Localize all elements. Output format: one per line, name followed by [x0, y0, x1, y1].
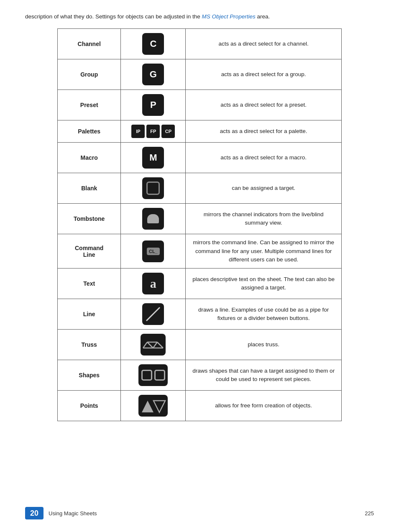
- row-desc-palettes: acts as a direct select for a palette.: [186, 120, 342, 143]
- row-icon-preset: P: [121, 90, 186, 120]
- row-label-cmdline: CommandLine: [58, 234, 121, 269]
- cl-label: CL_: [147, 248, 160, 255]
- row-label-shapes: Shapes: [58, 360, 121, 391]
- ip-button: IP: [131, 125, 145, 138]
- row-desc-cmdline: mirrors the command line. Can be assigne…: [186, 234, 342, 269]
- row-icon-palettes: IP FP CP: [121, 120, 186, 143]
- row-icon-truss: [121, 330, 186, 360]
- row-icon-shapes: [121, 360, 186, 391]
- row-icon-cmdline: CL_: [121, 234, 186, 269]
- row-icon-channel: C: [121, 29, 186, 59]
- row-label-group: Group: [58, 59, 121, 90]
- row-icon-group: G: [121, 59, 186, 90]
- table-row: Group G acts as a direct select for a gr…: [58, 59, 342, 90]
- row-desc-channel: acts as a direct select for a channel.: [186, 29, 342, 59]
- row-desc-truss: places truss.: [186, 330, 342, 360]
- table-row: CommandLine CL_ mirrors the command line…: [58, 234, 342, 269]
- objects-table: Channel C acts as a direct select for a …: [57, 28, 342, 421]
- table-row: Line draws a line. Examples of use could…: [58, 299, 342, 330]
- ms-object-properties-link[interactable]: MS Object Properties: [202, 13, 256, 20]
- table-row: Tombstone mirrors the channel indicators…: [58, 204, 342, 234]
- table-row: Truss places truss.: [58, 330, 342, 360]
- table-row: Palettes IP FP CP acts as a direct selec…: [58, 120, 342, 143]
- truss-icon: [141, 334, 166, 356]
- points-icon: [138, 395, 168, 417]
- row-label-tombstone: Tombstone: [58, 204, 121, 234]
- row-desc-blank: can be assigned a target.: [186, 173, 342, 204]
- cp-button: CP: [161, 125, 175, 138]
- line-icon: [142, 303, 164, 325]
- row-icon-line: [121, 299, 186, 330]
- row-icon-blank: [121, 173, 186, 204]
- shape-square-1: [141, 370, 152, 381]
- row-label-preset: Preset: [58, 90, 121, 120]
- row-label-truss: Truss: [58, 330, 121, 360]
- row-icon-text: a: [121, 269, 186, 299]
- channel-icon: C: [142, 33, 164, 55]
- blank-icon: [142, 177, 164, 199]
- footer: 20 Using Magic Sheets 225: [0, 507, 399, 519]
- row-label-blank: Blank: [58, 173, 121, 204]
- page-number: 225: [365, 510, 374, 517]
- cmdline-icon: CL_: [142, 240, 164, 262]
- row-desc-shapes: draws shapes that can have a target assi…: [186, 360, 342, 391]
- table-row: Shapes draws shapes that can have a targ…: [58, 360, 342, 391]
- row-label-macro: Macro: [58, 143, 121, 173]
- intro-text-after: area.: [256, 13, 270, 20]
- row-desc-points: allows for free form creation of objects…: [186, 391, 342, 421]
- table-row: Channel C acts as a direct select for a …: [58, 29, 342, 59]
- row-icon-points: [121, 391, 186, 421]
- row-desc-group: acts as a direct select for a group.: [186, 59, 342, 90]
- chapter-label: Using Magic Sheets: [49, 510, 97, 517]
- shape-square-2: [154, 370, 165, 381]
- macro-icon: M: [142, 147, 164, 169]
- row-icon-macro: M: [121, 143, 186, 173]
- row-desc-line: draws a line. Examples of use could be a…: [186, 299, 342, 330]
- table-row: Blank can be assigned a target.: [58, 173, 342, 204]
- row-desc-tombstone: mirrors the channel indicators from the …: [186, 204, 342, 234]
- intro-paragraph: description of what they do. Settings fo…: [25, 13, 374, 21]
- palettes-icon: IP FP CP: [127, 125, 179, 138]
- preset-icon: P: [142, 94, 164, 116]
- table-row: Macro M acts as a direct select for a ma…: [58, 143, 342, 173]
- row-desc-macro: acts as a direct select for a macro.: [186, 143, 342, 173]
- row-label-palettes: Palettes: [58, 120, 121, 143]
- group-icon: G: [142, 64, 164, 85]
- table-row: Points allows for free form creation of …: [58, 391, 342, 421]
- row-desc-text: places descriptive text on the sheet. Th…: [186, 269, 342, 299]
- shapes-icon: [138, 364, 168, 386]
- row-label-line: Line: [58, 299, 121, 330]
- text-icon: a: [142, 273, 164, 294]
- row-icon-tombstone: [121, 204, 186, 234]
- table-row: Text a places descriptive text on the sh…: [58, 269, 342, 299]
- intro-text-before: description of what they do. Settings fo…: [25, 13, 202, 20]
- row-label-text: Text: [58, 269, 121, 299]
- row-label-points: Points: [58, 391, 121, 421]
- row-desc-preset: acts as a direct select for a preset.: [186, 90, 342, 120]
- chapter-badge: 20: [25, 507, 43, 519]
- fp-button: FP: [146, 125, 160, 138]
- row-label-channel: Channel: [58, 29, 121, 59]
- table-row: Preset P acts as a direct select for a p…: [58, 90, 342, 120]
- tombstone-icon: [142, 208, 164, 230]
